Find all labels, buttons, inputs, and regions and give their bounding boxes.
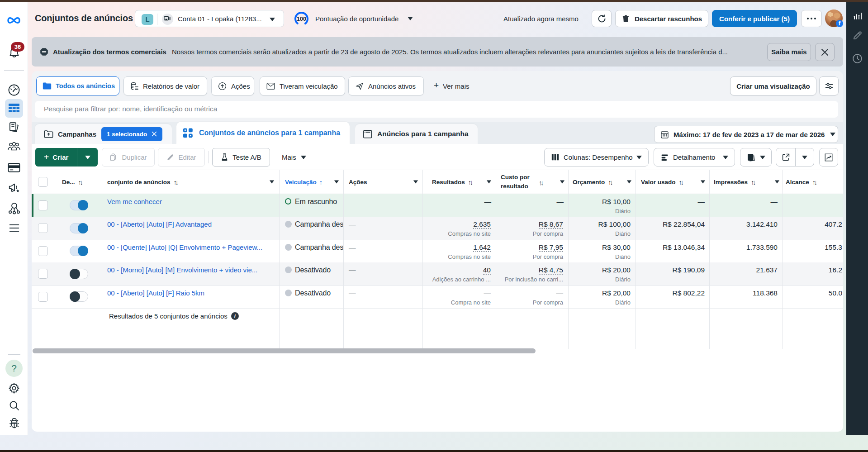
svg-text:100: 100: [297, 16, 306, 22]
